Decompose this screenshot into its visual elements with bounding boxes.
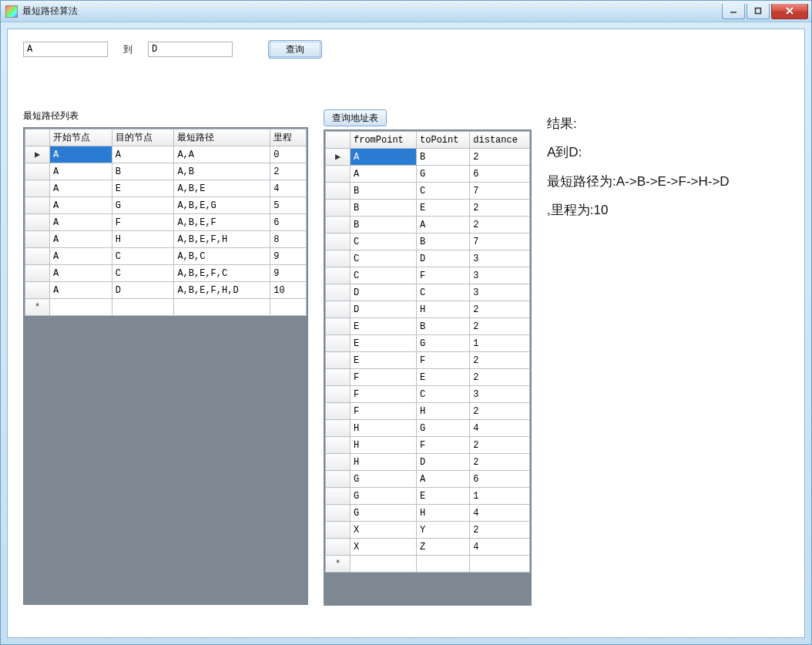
new-row-indicator[interactable]: *	[25, 299, 50, 316]
row-indicator[interactable]	[25, 265, 50, 282]
cell[interactable]: E	[417, 369, 470, 386]
cell[interactable]: H	[351, 420, 417, 437]
cell[interactable]: 3	[470, 386, 530, 403]
row-indicator[interactable]	[326, 183, 351, 200]
cell[interactable]: 1	[470, 335, 530, 352]
row-indicator[interactable]	[326, 454, 351, 471]
cell[interactable]: 3	[470, 250, 530, 267]
cell[interactable]: A	[50, 197, 112, 214]
cell[interactable]: 2	[470, 149, 530, 166]
row-indicator[interactable]	[326, 437, 351, 454]
maximize-button[interactable]	[747, 4, 770, 19]
row-indicator[interactable]	[25, 180, 50, 197]
cell[interactable]: A	[417, 471, 470, 488]
cell[interactable]: H	[351, 437, 417, 454]
cell[interactable]: 2	[470, 454, 530, 471]
cell[interactable]	[174, 299, 270, 316]
cell[interactable]: 0	[270, 146, 307, 163]
cell[interactable]: 4	[470, 505, 530, 522]
table-row[interactable]: FC3	[326, 386, 530, 403]
cell[interactable]: A	[50, 231, 112, 248]
new-row-indicator[interactable]: *	[326, 556, 351, 573]
cell[interactable]: G	[351, 505, 417, 522]
col-dist[interactable]: 里程	[270, 129, 307, 146]
cell[interactable]: A	[417, 217, 470, 233]
cell[interactable]: H	[417, 301, 470, 318]
cell[interactable]: F	[112, 214, 174, 231]
row-indicator[interactable]	[326, 420, 351, 437]
cell[interactable]: H	[417, 403, 470, 420]
cell[interactable]: F	[417, 352, 470, 369]
cell[interactable]: 2	[470, 437, 530, 454]
row-indicator[interactable]	[326, 403, 351, 420]
cell[interactable]: E	[417, 488, 470, 505]
cell[interactable]: A	[50, 265, 112, 282]
table-row[interactable]: GE1	[326, 488, 530, 505]
cell[interactable]: 4	[270, 180, 307, 197]
cell[interactable]	[112, 299, 174, 316]
cell[interactable]: A	[50, 282, 112, 299]
cell[interactable]: A,B,E,G	[174, 197, 270, 214]
cell[interactable]: 1	[470, 488, 530, 505]
cell[interactable]: Z	[417, 539, 470, 556]
new-row[interactable]: *	[326, 556, 530, 573]
cell[interactable]: 5	[270, 197, 307, 214]
row-indicator[interactable]	[326, 233, 351, 250]
cell[interactable]: G	[112, 197, 174, 214]
cell[interactable]: A,B	[174, 163, 270, 180]
cell[interactable]: Y	[417, 522, 470, 539]
table-row[interactable]: AGA,B,E,G5	[25, 197, 307, 214]
query-button[interactable]: 查询	[268, 40, 322, 59]
cell[interactable]: B	[417, 233, 470, 250]
cell[interactable]: G	[351, 471, 417, 488]
cell[interactable]: A	[50, 214, 112, 231]
table-row[interactable]: EF2	[326, 352, 530, 369]
col-path[interactable]: 最短路径	[174, 129, 270, 146]
table-row[interactable]: BC7	[326, 183, 530, 200]
cell[interactable]: A	[50, 163, 112, 180]
cell[interactable]: 2	[470, 369, 530, 386]
cell[interactable]: C	[351, 250, 417, 267]
table-row[interactable]: AEA,B,E4	[25, 180, 307, 197]
close-button[interactable]	[771, 4, 808, 19]
table-row[interactable]: FE2	[326, 369, 530, 386]
table-row[interactable]: ▶AAA,A0	[25, 146, 307, 163]
cell[interactable]: 3	[470, 267, 530, 284]
address-table-grid[interactable]: fromPoint toPoint distance ▶AB2AG6BC7BE2…	[324, 129, 532, 606]
cell[interactable]	[270, 299, 307, 316]
query-address-table-button[interactable]: 查询地址表	[324, 109, 387, 126]
cell[interactable]	[351, 556, 417, 573]
row-indicator[interactable]	[326, 505, 351, 522]
cell[interactable]	[50, 299, 112, 316]
cell[interactable]: H	[112, 231, 174, 248]
row-indicator[interactable]	[326, 352, 351, 369]
table-row[interactable]: ABA,B2	[25, 163, 307, 180]
table-row[interactable]: BE2	[326, 200, 530, 217]
cell[interactable]: C	[112, 265, 174, 282]
table-row[interactable]: FH2	[326, 403, 530, 420]
cell[interactable]: E	[351, 352, 417, 369]
table-row[interactable]: HG4	[326, 420, 530, 437]
cell[interactable]: 4	[470, 420, 530, 437]
col-frompoint[interactable]: fromPoint	[351, 132, 417, 149]
cell[interactable]: 2	[470, 301, 530, 318]
table-row[interactable]: BA2	[326, 217, 530, 233]
table-row[interactable]: HF2	[326, 437, 530, 454]
cell[interactable]: A	[50, 180, 112, 197]
cell[interactable]: A,B,E,F,H	[174, 231, 270, 248]
cell[interactable]: B	[417, 318, 470, 335]
cell[interactable]: C	[417, 386, 470, 403]
cell[interactable]: C	[417, 183, 470, 200]
row-indicator[interactable]	[25, 214, 50, 231]
col-start[interactable]: 开始节点	[50, 129, 112, 146]
cell[interactable]: F	[351, 369, 417, 386]
table-row[interactable]: HD2	[326, 454, 530, 471]
titlebar[interactable]: 最短路径算法	[1, 1, 811, 22]
table-row[interactable]: CD3	[326, 250, 530, 267]
table-row[interactable]: CF3	[326, 267, 530, 284]
cell[interactable]: G	[417, 335, 470, 352]
table-row[interactable]: DH2	[326, 301, 530, 318]
cell[interactable]: A	[50, 146, 112, 163]
table-row[interactable]: DC3	[326, 284, 530, 301]
cell[interactable]: X	[351, 522, 417, 539]
